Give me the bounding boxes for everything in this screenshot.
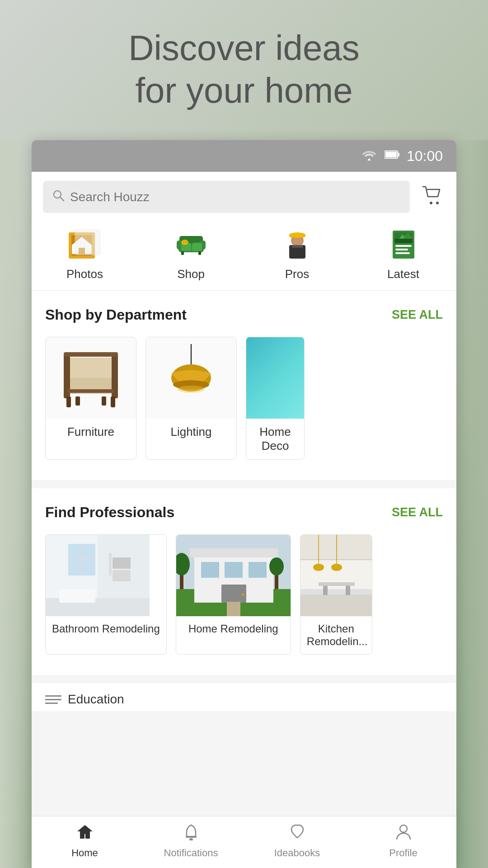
kitchen-img <box>300 535 372 616</box>
svg-rect-86 <box>323 586 328 595</box>
svg-rect-58 <box>113 570 131 581</box>
ideabooks-icon <box>289 823 306 844</box>
svg-rect-25 <box>289 234 305 237</box>
status-time: 10:00 <box>407 148 443 165</box>
bathroom-label: Bathroom Remodeling <box>46 616 166 642</box>
home-nav-label: Home <box>71 847 98 859</box>
svg-rect-57 <box>113 557 131 569</box>
home-icon <box>75 823 94 844</box>
prof-card-kitchen[interactable]: Kitchen Remodelin... <box>300 534 372 655</box>
bg-left <box>0 140 32 868</box>
status-icons: 10:00 <box>361 148 443 165</box>
svg-rect-87 <box>346 586 350 595</box>
pros-label: Pros <box>285 267 309 281</box>
svg-rect-45 <box>75 396 80 406</box>
svg-rect-42 <box>64 352 118 357</box>
nav-item-latest[interactable]: Latest <box>372 226 435 281</box>
svg-rect-30 <box>395 252 410 254</box>
svg-rect-88 <box>45 695 61 697</box>
cart-button[interactable] <box>419 183 445 212</box>
dept-card-lighting[interactable]: Lighting <box>145 337 237 460</box>
svg-rect-67 <box>225 562 243 578</box>
notifications-nav-label: Notifications <box>164 847 218 859</box>
education-label: Education <box>68 692 124 707</box>
professionals-see-all[interactable]: SEE ALL <box>392 505 443 519</box>
photos-icon <box>65 226 105 263</box>
svg-point-93 <box>400 825 407 832</box>
furniture-label: Furniture <box>46 419 136 445</box>
shop-dept-see-all[interactable]: SEE ALL <box>392 308 443 322</box>
svg-rect-91 <box>186 836 197 838</box>
bottom-nav: Home Notifications Ideabooks <box>32 816 456 868</box>
search-bar-row <box>32 172 456 222</box>
home-deco-img <box>246 337 305 419</box>
svg-rect-70 <box>227 602 240 616</box>
svg-rect-84 <box>300 594 372 616</box>
bathroom-img <box>46 535 150 616</box>
svg-rect-46 <box>102 396 106 406</box>
wifi-icon <box>361 148 378 164</box>
prof-card-home-remodel[interactable]: Home Remodeling <box>176 534 291 655</box>
svg-rect-26 <box>292 245 303 248</box>
ideabooks-nav-label: Ideabooks <box>274 847 320 859</box>
dept-card-home-deco[interactable]: Home Deco <box>246 337 305 460</box>
photos-label: Photos <box>66 267 103 281</box>
svg-point-6 <box>436 202 439 204</box>
prof-card-bathroom[interactable]: Bathroom Remodeling <box>45 534 167 655</box>
svg-point-74 <box>269 557 284 576</box>
professionals-header: Find Professionals SEE ALL <box>45 504 443 521</box>
lighting-img <box>146 337 236 419</box>
nav-item-pros[interactable]: Pros <box>266 226 329 281</box>
home-remodel-img <box>176 535 291 616</box>
latest-icon <box>383 226 424 263</box>
svg-rect-12 <box>75 230 100 255</box>
cart-icon <box>421 187 443 209</box>
svg-rect-85 <box>319 582 355 586</box>
hero-title: Discover ideas for your home <box>0 27 488 112</box>
bottom-nav-ideabooks[interactable]: Ideabooks <box>244 816 350 868</box>
svg-rect-44 <box>111 396 115 407</box>
svg-rect-39 <box>67 389 114 393</box>
svg-rect-66 <box>249 562 267 578</box>
bg-right <box>456 140 488 868</box>
pros-icon <box>277 226 318 263</box>
svg-rect-83 <box>300 589 372 594</box>
svg-rect-56 <box>109 553 112 576</box>
search-icon <box>52 189 65 205</box>
svg-rect-29 <box>395 249 408 250</box>
svg-point-21 <box>181 240 188 245</box>
status-bar: 10:00 <box>32 140 456 172</box>
nav-item-shop[interactable]: Shop <box>160 226 223 281</box>
search-input[interactable] <box>70 190 401 204</box>
svg-rect-90 <box>45 703 58 704</box>
svg-rect-19 <box>181 251 184 255</box>
svg-rect-32 <box>394 239 413 243</box>
dept-card-furniture[interactable]: Furniture <box>45 337 136 460</box>
svg-point-5 <box>430 202 432 204</box>
phone-frame: 10:00 <box>32 140 456 868</box>
svg-rect-18 <box>192 243 202 251</box>
hero-section: Discover ideas for your home <box>0 27 488 112</box>
svg-point-80 <box>313 564 324 571</box>
profile-nav-label: Profile <box>389 847 417 859</box>
bottom-nav-profile[interactable]: Profile <box>350 816 456 868</box>
content-area: Photos <box>32 172 456 868</box>
search-input-wrap[interactable] <box>43 181 410 213</box>
home-remodel-label: Home Remodeling <box>176 616 291 642</box>
shop-dept-header: Shop by Department SEE ALL <box>45 307 443 323</box>
svg-rect-64 <box>190 548 278 557</box>
svg-point-69 <box>242 593 244 596</box>
svg-rect-36 <box>68 358 113 378</box>
battery-icon <box>385 150 400 162</box>
bottom-nav-home[interactable]: Home <box>32 816 138 868</box>
svg-rect-65 <box>201 562 219 578</box>
bottom-nav-notifications[interactable]: Notifications <box>138 816 244 868</box>
profile-icon <box>395 823 412 844</box>
latest-label: Latest <box>387 267 419 281</box>
svg-point-82 <box>331 564 342 571</box>
nav-item-photos[interactable]: Photos <box>53 226 117 281</box>
svg-rect-43 <box>66 396 71 407</box>
main-nav: Photos <box>32 222 456 291</box>
svg-rect-2 <box>385 152 397 157</box>
professionals-title: Find Professionals <box>45 504 174 521</box>
